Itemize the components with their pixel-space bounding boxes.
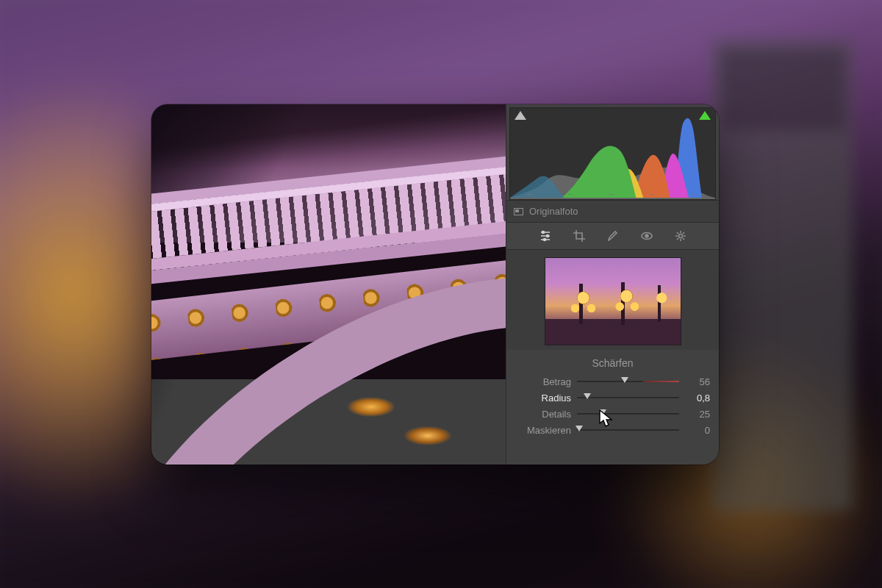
slider-value: 0 (685, 425, 710, 436)
redeye-icon[interactable] (640, 229, 653, 243)
slider-track[interactable] (577, 426, 679, 434)
preview-detail (151, 165, 506, 271)
radial-icon[interactable] (674, 229, 687, 243)
brush-icon[interactable] (606, 229, 620, 243)
svg-point-1 (546, 235, 548, 237)
detail-thumbnail[interactable] (545, 257, 681, 345)
svg-point-5 (678, 234, 682, 238)
main-photo-preview[interactable] (151, 104, 506, 465)
histogram-graph (510, 108, 715, 199)
slider-radius[interactable]: Radius0,8 (515, 390, 710, 406)
slider-value: 56 (685, 376, 710, 387)
detail-thumbnail-area (506, 250, 719, 350)
original-photo-toggle[interactable]: Originalfoto (506, 200, 719, 222)
original-photo-label: Originalfoto (529, 206, 578, 217)
adjust-sliders-icon[interactable] (539, 229, 552, 243)
slider-knob[interactable] (599, 409, 606, 415)
develop-panel: Originalfoto Schärfen (506, 104, 719, 465)
before-after-icon (514, 208, 523, 215)
histogram-ticks (510, 190, 715, 198)
sharpen-section-title: Schärfen (506, 350, 719, 373)
crop-icon[interactable] (573, 229, 586, 243)
slider-value: 0,8 (685, 392, 710, 404)
background-blurred-panel (713, 40, 853, 511)
slider-label: Radius (515, 392, 571, 404)
slider-label: Details (515, 409, 571, 420)
slider-knob[interactable] (584, 393, 591, 399)
histogram[interactable] (509, 107, 716, 200)
slider-maskieren[interactable]: Maskieren0 (515, 422, 710, 438)
slider-label: Maskieren (515, 425, 571, 436)
slider-track[interactable] (577, 393, 679, 402)
slider-knob[interactable] (621, 377, 628, 383)
tool-strip (506, 222, 719, 250)
slider-track[interactable] (577, 377, 679, 386)
slider-value: 25 (685, 409, 710, 420)
svg-point-4 (645, 234, 648, 237)
slider-label: Betrag (515, 376, 571, 387)
slider-knob[interactable] (576, 426, 583, 431)
develop-window: Originalfoto Schärfen (151, 104, 719, 465)
sharpen-sliders: Betrag56Radius0,8Details25Maskieren0 (506, 373, 719, 444)
slider-betrag[interactable]: Betrag56 (515, 373, 710, 390)
svg-point-2 (543, 239, 545, 241)
slider-details[interactable]: Details25 (515, 406, 710, 422)
slider-track[interactable] (577, 409, 679, 418)
svg-point-0 (542, 232, 544, 234)
